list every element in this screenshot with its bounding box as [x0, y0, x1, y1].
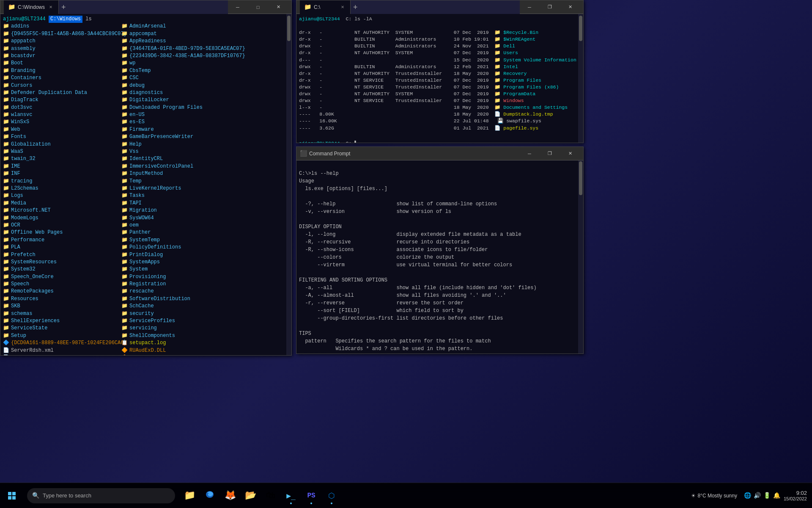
clock-time: 9:02: [784, 490, 807, 496]
taskbar-app-file-explorer[interactable]: 📁: [180, 486, 199, 505]
folder-icon: 📁: [3, 266, 9, 273]
prompt-line: ajianu@SLT2344 C: ls -lA: [299, 16, 581, 22]
folder-icon: 📁: [121, 111, 128, 119]
list-item: 📁wp: [121, 60, 289, 67]
close-button[interactable]: ✕: [560, 147, 580, 160]
list-item: 📁debug: [121, 82, 289, 89]
scrollbar-track-right-top[interactable]: [578, 14, 583, 143]
title-bar-right-top[interactable]: 📁 C:\ ✕ + ─ ❐ ✕: [296, 0, 583, 14]
window-controls-bottom[interactable]: ─ ❐ ✕: [520, 147, 580, 160]
folder-icon: 📁: [121, 45, 128, 52]
start-button[interactable]: [2, 486, 22, 506]
folder-icon: 📁: [121, 303, 128, 310]
list-item: 📁SoftwareDistribution: [121, 295, 289, 303]
dll-icon: 🔶: [121, 347, 128, 354]
title-bar-left[interactable]: 📁 C:\Windows ✕ + ─ □ ✕: [0, 0, 291, 14]
list-item: 📁Defender Duplication Data: [3, 89, 121, 97]
scrollbar-thumb-left[interactable]: [287, 16, 291, 41]
taskbar-app-powershell2[interactable]: ⬡: [322, 486, 341, 505]
list-item: 📁wlansvc: [3, 111, 121, 119]
tab-windows[interactable]: 📁 C:\Windows ✕: [4, 0, 59, 14]
systray: ☀ 8°C Mostly sunny 🌐 🔊 🔋 🔔 9:02 15/02/20…: [691, 490, 812, 501]
list-item: 📁es-ES: [121, 119, 289, 126]
list-item: 📁CSC: [121, 75, 289, 82]
list-item: 📋setupact.log: [121, 340, 289, 347]
systray-icons[interactable]: 🌐 🔊 🔋 🔔: [744, 492, 780, 499]
list-item: 📁Fonts: [3, 133, 121, 141]
cmd-icon: ⬛: [300, 150, 307, 157]
edge-logo-icon: [205, 489, 214, 499]
taskbar-app-firefox[interactable]: 🦊: [221, 486, 239, 505]
new-tab-button[interactable]: +: [59, 0, 69, 14]
battery-icon[interactable]: 🔋: [763, 492, 771, 499]
restore-button[interactable]: ❐: [540, 147, 560, 160]
taskbar-app-powershell[interactable]: PS: [302, 486, 321, 505]
folder-icon: 📁: [121, 273, 128, 281]
list-item: 📁Panther: [121, 229, 289, 236]
folder-icon: 📁: [121, 178, 128, 185]
maximize-button[interactable]: □: [248, 0, 268, 14]
minimize-button[interactable]: ─: [228, 0, 247, 14]
list-item: 📁SKB: [3, 303, 121, 310]
notifications-icon[interactable]: 🔔: [773, 492, 780, 499]
list-item: 📁Speech: [3, 281, 121, 288]
folder-icon: 📁: [3, 207, 9, 214]
list-item: 📁SystemApps: [121, 259, 289, 266]
window-right-bottom: ⬛ Command Prompt ─ ❐ ✕ C:\>ls --help Usa…: [296, 146, 584, 354]
log-icon: 📋: [121, 340, 128, 347]
list-item: 📄smsts.ini: [3, 354, 121, 355]
folder-icon: 📁: [3, 215, 9, 222]
taskbar-app-edge[interactable]: [200, 486, 219, 505]
tab-close-btn[interactable]: ✕: [339, 4, 346, 11]
folder-icon: 📁: [121, 163, 128, 170]
folder-icon: 📁: [121, 126, 128, 133]
ls-output: dr-x - NT AUTHORITY SYSTEM 07 Dec 2019 📁…: [299, 22, 581, 138]
window-controls[interactable]: ─ □ ✕: [228, 0, 288, 14]
list-item: 📁CbsTemp: [121, 67, 289, 75]
folder-icon: 📁: [3, 310, 9, 318]
minimize-button[interactable]: ─: [520, 0, 539, 14]
firefox-icon: 🦊: [225, 490, 236, 501]
prompt-user: ajianu@SLT2344: [3, 16, 46, 23]
scrollbar-thumb-right-bottom[interactable]: [579, 161, 582, 195]
list-item: 📁Vss: [121, 148, 289, 155]
folder-icon: 📁: [3, 126, 9, 133]
network-icon[interactable]: 🌐: [744, 492, 751, 499]
file-explorer-icon: 📁: [184, 490, 195, 501]
taskbar-app-store[interactable]: 🛍: [261, 486, 280, 505]
taskbar-app-terminal[interactable]: ▶_: [282, 486, 300, 505]
folder-icon: 📁: [121, 52, 128, 60]
list-item: 📁Boot: [3, 60, 121, 67]
close-button[interactable]: ✕: [269, 0, 288, 14]
weather-icon: ☀: [691, 493, 696, 499]
search-bar[interactable]: 🔍 Type here to search: [27, 488, 175, 503]
list-item: 📁ImmersiveControlPanel: [121, 163, 289, 170]
volume-icon[interactable]: 🔊: [754, 492, 761, 499]
list-item: 📁{223439D6-3842-438E-A1A0-08387DF10767}: [121, 52, 289, 60]
scrollbar-thumb-right-top[interactable]: [579, 16, 582, 41]
minimize-button[interactable]: ─: [520, 147, 539, 160]
list-item: 📁Provisioning: [121, 273, 289, 281]
list-item: 📁DiagTrack: [3, 97, 121, 104]
tab-close-btn[interactable]: ✕: [47, 4, 54, 11]
list-item: 📁LiveKernelReports: [121, 185, 289, 192]
list-item: 📄ServerRdsh.xml: [3, 347, 121, 354]
folder-icon: 📁: [3, 148, 9, 155]
scrollbar-track-left[interactable]: [286, 14, 291, 355]
folder-icon: 📁: [3, 104, 9, 111]
folder-icon: 📁: [121, 141, 128, 148]
new-tab-button[interactable]: +: [351, 0, 360, 14]
list-item: 📁addins: [3, 23, 121, 30]
restore-button[interactable]: ❐: [540, 0, 560, 14]
window-controls[interactable]: ─ ❐ ✕: [520, 0, 580, 14]
scrollbar-track-right-bottom[interactable]: [578, 160, 583, 353]
col-right: 📁AdminArsenal 📁appcompat 📁AppReadiness 📁…: [121, 23, 289, 355]
taskbar-app-file-manager[interactable]: 📂: [241, 486, 260, 505]
close-button[interactable]: ✕: [560, 0, 580, 14]
folder-icon: 📁: [121, 295, 128, 303]
folder-icon: 📁: [121, 244, 128, 251]
system-clock[interactable]: 9:02 15/02/2022: [784, 490, 807, 501]
windows-logo[interactable]: [4, 488, 19, 503]
title-bar-right-bottom[interactable]: ⬛ Command Prompt ─ ❐ ✕: [296, 147, 583, 160]
tab-c-drive[interactable]: 📁 C:\ ✕: [300, 0, 351, 14]
